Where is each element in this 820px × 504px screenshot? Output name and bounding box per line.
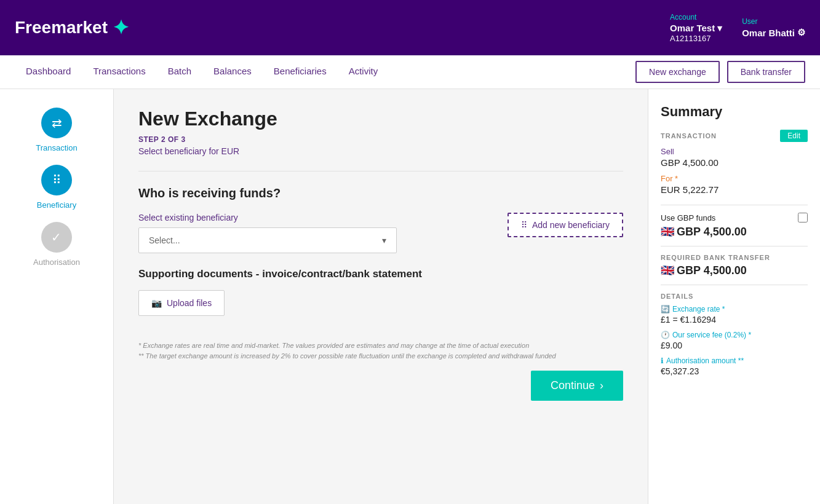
clock-icon: 🕐 <box>661 331 670 339</box>
edit-button[interactable]: Edit <box>780 130 808 142</box>
gbp-amount: 🇬🇧 GBP 4,500.00 <box>661 225 808 238</box>
header: Freemarket ✦ Account Omar Test ▾ A121131… <box>0 0 820 55</box>
page-title: New Exchange <box>138 108 623 130</box>
footnote: * Exchange rates are real time and mid-m… <box>138 341 623 361</box>
nav-item-balances[interactable]: Balances <box>202 55 263 89</box>
summary-panel: Summary TRANSACTION Edit Sell GBP 4,500.… <box>648 89 820 504</box>
exchange-rate-row: 🔄 Exchange rate * £1 = €1.16294 <box>661 305 808 325</box>
beneficiary-icon: ⠿ <box>41 165 72 195</box>
nav-items: Dashboard Transactions Batch Balances Be… <box>15 55 635 89</box>
account-id: A12113167 <box>670 34 722 43</box>
nav-item-beneficiaries[interactable]: Beneficiaries <box>263 55 338 89</box>
sidebar-item-authorisation[interactable]: ✓ Authorisation <box>33 222 80 267</box>
continue-row: Continue › <box>138 371 623 401</box>
nav-item-transactions[interactable]: Transactions <box>82 55 156 89</box>
continue-label: Continue <box>551 379 595 392</box>
header-right: Account Omar Test ▾ A12113167 User Omar … <box>670 13 805 43</box>
new-exchange-button[interactable]: New exchange <box>635 61 720 83</box>
sidebar-label-authorisation: Authorisation <box>33 258 80 267</box>
upload-label: Upload files <box>167 298 212 308</box>
gear-icon[interactable]: ⚙ <box>797 27 805 38</box>
upload-files-button[interactable]: 📷 Upload files <box>138 290 225 316</box>
user-info: User Omar Bhatti ⚙ <box>742 17 805 38</box>
footnote-2: ** The target exchange amount is increas… <box>138 351 623 361</box>
gbp-flag-icon: 🇬🇧 <box>661 225 674 238</box>
logo-text: Freemarket <box>15 18 108 37</box>
exchange-rate-value: £1 = €1.16294 <box>661 315 808 325</box>
required-amount: 🇬🇧 GBP 4,500.00 <box>661 264 808 277</box>
use-gbp-checkbox[interactable] <box>798 213 808 222</box>
exchange-rate-label: 🔄 Exchange rate * <box>661 305 808 313</box>
sidebar-label-beneficiary: Beneficiary <box>37 200 76 210</box>
transaction-section-label: TRANSACTION Edit <box>661 130 808 142</box>
service-fee-label: 🕐 Our service fee (0.2%) * <box>661 331 808 339</box>
section-question: Who is receiving funds? <box>138 186 623 200</box>
navigation: Dashboard Transactions Batch Balances Be… <box>0 55 820 89</box>
for-label: For * <box>661 174 808 183</box>
add-beneficiary-button[interactable]: ⠿ Add new beneficiary <box>508 213 623 237</box>
sidebar: ⇄ Transaction ⠿ Beneficiary ✓ Authorisat… <box>0 89 114 504</box>
nav-actions: New exchange Bank transfer <box>635 61 805 83</box>
nav-item-activity[interactable]: Activity <box>338 55 389 89</box>
account-name: Omar Test ▾ <box>670 23 722 34</box>
auth-amount-row: ℹ Authorisation amount ** €5,327.23 <box>661 356 808 376</box>
summary-title: Summary <box>661 104 808 120</box>
step-desc: Select beneficiary for EUR <box>138 146 623 156</box>
summary-divider-1 <box>661 205 808 205</box>
summary-divider-2 <box>661 246 808 246</box>
beneficiary-dropdown[interactable]: Select... ▾ <box>138 227 397 253</box>
required-label: REQUIRED BANK TRANSFER <box>661 254 808 261</box>
footnote-1: * Exchange rates are real time and mid-m… <box>138 341 623 351</box>
sidebar-label-transaction: Transaction <box>36 143 77 152</box>
use-gbp-label: Use GBP funds <box>661 213 715 222</box>
chevron-down-icon: ▾ <box>382 235 386 245</box>
select-label: Select existing beneficiary <box>138 213 397 222</box>
select-existing-section: Select existing beneficiary Select... ▾ <box>138 213 397 253</box>
chevron-right-icon: › <box>600 379 603 392</box>
authorisation-icon: ✓ <box>41 222 72 253</box>
bank-transfer-button[interactable]: Bank transfer <box>727 61 805 83</box>
summary-divider-3 <box>661 285 808 285</box>
service-fee-value: £9.00 <box>661 341 808 350</box>
logo-icon: ✦ <box>113 16 129 39</box>
service-fee-row: 🕐 Our service fee (0.2%) * £9.00 <box>661 331 808 350</box>
dropdown-placeholder: Select... <box>149 235 180 245</box>
nav-item-dashboard[interactable]: Dashboard <box>15 55 82 89</box>
nav-item-batch[interactable]: Batch <box>157 55 202 89</box>
step-label: STEP 2 OF 3 <box>138 135 623 144</box>
details-label: DETAILS <box>661 293 808 300</box>
chevron-down-icon[interactable]: ▾ <box>717 23 722 34</box>
add-beneficiary-label: Add new beneficiary <box>532 220 610 230</box>
transaction-icon: ⇄ <box>41 108 72 138</box>
account-label: Account <box>670 13 722 22</box>
user-name: Omar Bhatti ⚙ <box>742 27 805 38</box>
account-info: Account Omar Test ▾ A12113167 <box>670 13 722 43</box>
req-flag-icon: 🇬🇧 <box>661 264 674 277</box>
sidebar-item-beneficiary[interactable]: ⠿ Beneficiary <box>37 165 76 210</box>
for-amount: EUR 5,222.77 <box>661 184 808 195</box>
main-layout: ⇄ Transaction ⠿ Beneficiary ✓ Authorisat… <box>0 89 820 504</box>
beneficiary-row: Select existing beneficiary Select... ▾ … <box>138 213 623 253</box>
content-area: New Exchange STEP 2 OF 3 Select benefici… <box>114 89 648 504</box>
refresh-icon: 🔄 <box>661 305 670 313</box>
sidebar-item-transaction[interactable]: ⇄ Transaction <box>36 108 77 152</box>
divider <box>138 171 623 171</box>
add-beneficiary-dots-icon: ⠿ <box>521 220 527 230</box>
user-label: User <box>742 17 805 26</box>
logo: Freemarket ✦ <box>15 16 129 39</box>
auth-amount-value: €5,327.23 <box>661 366 808 376</box>
sell-amount: GBP 4,500.00 <box>661 157 808 168</box>
auth-amount-label: ℹ Authorisation amount ** <box>661 356 808 365</box>
use-gbp-row: Use GBP funds <box>661 213 808 222</box>
supporting-title: Supporting documents - invoice/contract/… <box>138 268 623 280</box>
info-icon: ℹ <box>661 356 664 365</box>
continue-button[interactable]: Continue › <box>531 371 623 401</box>
camera-icon: 📷 <box>151 298 162 308</box>
sell-label: Sell <box>661 147 808 156</box>
